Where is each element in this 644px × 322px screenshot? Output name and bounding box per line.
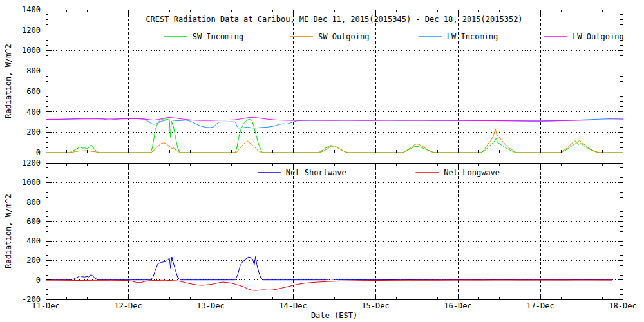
legend-label-lw-incoming: LW Incoming (447, 32, 498, 41)
top-panel: 0200400600800100012001400SW IncomingSW O… (22, 5, 624, 157)
y-axis-label-bottom: Radiation, W/m^2 (4, 194, 13, 269)
y-tick-label: 200 (26, 256, 41, 265)
x-axis-label: Date (EST) (311, 311, 357, 320)
y-tick-label: 1200 (22, 26, 41, 35)
x-tick-label: 13-Dec (196, 301, 224, 310)
bottom-panel: -20002004006008001000120011-Dec12-Dec13-… (22, 158, 637, 310)
y-tick-label: 1400 (22, 5, 41, 14)
legend-label-net-longwave: Net Longwave (444, 168, 500, 177)
y-tick-label: 1000 (22, 46, 41, 55)
y-tick-label: 600 (26, 87, 41, 96)
y-tick-label: 800 (26, 198, 41, 207)
series-net-longwave (46, 280, 612, 290)
chart-svg: 0200400600800100012001400SW IncomingSW O… (0, 0, 644, 322)
radiation-chart-figure: 0200400600800100012001400SW IncomingSW O… (0, 0, 644, 322)
legend-label-sw-incoming: SW Incoming (193, 32, 243, 41)
y-tick-label: 400 (26, 236, 41, 245)
chart-title: CREST Radiation Data at Caribou, ME Dec … (146, 15, 522, 24)
y-tick-label: 0 (36, 148, 41, 157)
y-tick-label: 400 (26, 108, 41, 117)
y-tick-label: 600 (26, 217, 41, 226)
y-axis-label-top: Radiation, W/m^2 (4, 44, 13, 118)
y-tick-label: 1200 (22, 158, 41, 167)
legend-label-lw-outgoing: LW Outgoing (573, 32, 623, 41)
x-tick-label: 11-Dec (32, 301, 59, 310)
x-tick-label: 12-Dec (114, 301, 142, 310)
x-tick-label: 18-Dec (609, 301, 636, 310)
panel-border (46, 163, 623, 299)
y-tick-label: 0 (36, 276, 41, 285)
y-tick-label: 1000 (22, 178, 41, 187)
x-tick-label: 14-Dec (279, 301, 307, 310)
y-tick-label: 200 (26, 128, 41, 137)
x-tick-label: 16-Dec (444, 301, 471, 310)
series-lw-outgoing (46, 118, 623, 121)
x-tick-label: 15-Dec (361, 301, 389, 310)
x-tick-label: 17-Dec (526, 301, 554, 310)
legend-label-sw-outgoing: SW Outgoing (318, 32, 369, 41)
series-net-shortwave (46, 256, 612, 279)
panel-border (46, 10, 623, 153)
plot-panels: 0200400600800100012001400SW IncomingSW O… (22, 5, 637, 310)
legend-label-net-shortwave: Net Shortwave (286, 168, 346, 177)
series-sw-incoming (46, 119, 623, 153)
series-lw-incoming (46, 118, 623, 128)
y-tick-label: 800 (26, 66, 41, 75)
